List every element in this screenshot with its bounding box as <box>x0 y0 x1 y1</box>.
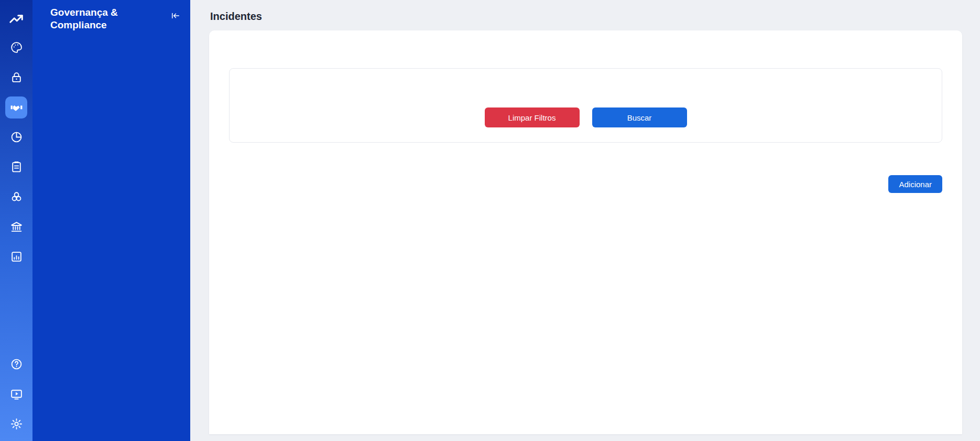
bank-icon <box>10 220 23 233</box>
video-icon <box>10 388 23 401</box>
rail-handshake-icon[interactable] <box>0 92 32 122</box>
main-content: Incidentes Limpar Filtros Buscar Adicion… <box>190 0 980 441</box>
rail-knot-icon[interactable] <box>0 182 32 212</box>
page-title: Incidentes <box>210 10 962 23</box>
collapse-left-icon <box>170 10 181 21</box>
rail-palette-icon[interactable] <box>0 33 32 62</box>
palette-icon <box>10 41 23 54</box>
rail-gear-icon[interactable] <box>0 409 32 439</box>
icon-rail <box>0 0 32 441</box>
content-panel: Limpar Filtros Buscar Adicionar <box>209 30 962 434</box>
rail-video-icon[interactable] <box>0 379 32 409</box>
handshake-icon <box>10 101 23 114</box>
rail-pie-chart-icon[interactable] <box>0 122 32 152</box>
sidebar-title: Governança & Compliance <box>50 6 150 32</box>
rail-help-icon[interactable] <box>0 349 32 379</box>
rail-chart-frame-icon[interactable] <box>0 242 32 272</box>
add-incident-button[interactable]: Adicionar <box>888 175 942 193</box>
rail-lock-icon[interactable] <box>0 62 32 92</box>
gear-icon <box>10 417 23 431</box>
help-icon <box>10 358 23 371</box>
sidebar: Governança & Compliance <box>32 0 190 441</box>
rail-clipboard-icon[interactable] <box>0 152 32 182</box>
app-logo <box>8 5 24 33</box>
search-button[interactable]: Buscar <box>592 107 687 127</box>
knot-icon <box>10 190 23 203</box>
pie-chart-icon <box>10 131 23 144</box>
trend-icon <box>8 11 24 27</box>
clear-filters-button[interactable]: Limpar Filtros <box>485 107 580 127</box>
chart-frame-icon <box>10 250 23 263</box>
rail-bank-icon[interactable] <box>0 212 32 242</box>
app-root: Governança & Compliance Incidentes Limpa… <box>0 0 980 441</box>
lock-icon <box>10 71 23 84</box>
filters-card: Limpar Filtros Buscar <box>229 68 942 143</box>
clipboard-icon <box>10 160 23 174</box>
collapse-sidebar-button[interactable] <box>170 10 181 23</box>
